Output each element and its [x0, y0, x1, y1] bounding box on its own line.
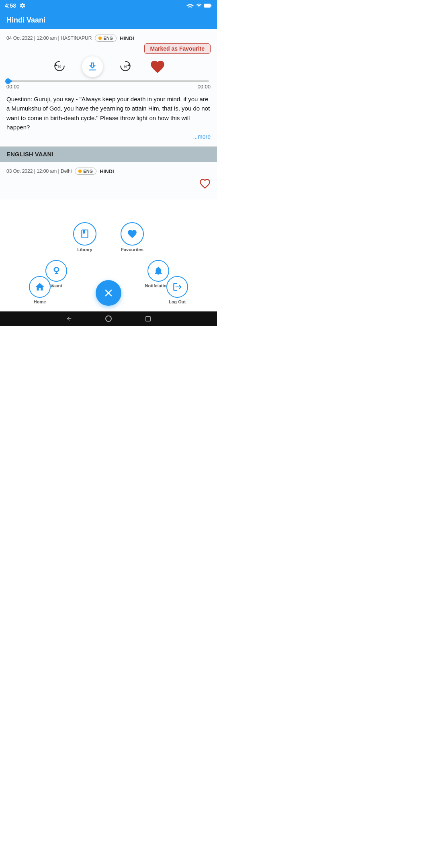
close-menu-button[interactable] — [96, 280, 121, 306]
card2-eng-dot — [78, 170, 82, 173]
android-nav-bar — [0, 311, 217, 326]
progress-bar-wrap[interactable] — [6, 80, 211, 82]
svg-rect-0 — [204, 4, 211, 8]
favourites-icon-circle — [121, 222, 144, 246]
home-icon — [35, 282, 45, 292]
svg-rect-1 — [211, 5, 211, 6]
nav-home-row: Home Log Out — [0, 273, 217, 307]
card1-hindi-label[interactable]: HINDI — [120, 35, 134, 41]
status-icons — [186, 3, 212, 8]
home-label: Home — [34, 299, 46, 304]
nav-home[interactable]: Home — [29, 273, 51, 307]
vaani-card-2: 03 Oct 2022 | 12:00 am | Delhi ENG HINDI — [0, 162, 217, 199]
battery-icon — [204, 3, 212, 8]
more-link[interactable]: ...more — [6, 133, 211, 140]
card2-meta: 03 Oct 2022 | 12:00 am | Delhi ENG HINDI — [6, 168, 211, 175]
logout-icon-circle — [166, 276, 188, 298]
status-time: 4:58 — [5, 2, 16, 9]
forward-button[interactable]: 10 — [116, 57, 135, 76]
progress-thumb — [5, 78, 11, 84]
wifi-icon — [186, 3, 194, 8]
svg-text:10: 10 — [124, 65, 127, 68]
card1-meta: 04 Oct 2022 | 12:00 am | HASTINAPUR ENG … — [6, 35, 211, 42]
favourites-icon — [127, 229, 137, 239]
logout-label: Log Out — [169, 299, 186, 304]
card2-hindi-label[interactable]: HINDI — [100, 168, 114, 174]
home-icon-circle — [29, 276, 51, 298]
card1-eng-badge[interactable]: ENG — [95, 35, 117, 42]
library-icon — [80, 229, 90, 239]
description-text: Question: Guruji, you say - "Always keep… — [6, 94, 211, 132]
vaani-card-1: 04 Oct 2022 | 12:00 am | HASTINAPUR ENG … — [0, 29, 217, 147]
signal-icon — [196, 3, 202, 8]
favourite-badge-wrap: Marked as Favourite — [6, 45, 211, 52]
card1-date: 04 Oct 2022 | 12:00 am | HASTINAPUR — [6, 35, 92, 41]
android-home-button[interactable] — [105, 315, 112, 322]
android-back-button[interactable] — [66, 315, 73, 322]
time-current: 00:00 — [6, 84, 20, 90]
library-icon-circle — [73, 222, 96, 246]
eng-dot — [98, 37, 102, 40]
android-recents-button[interactable] — [144, 315, 151, 322]
download-button[interactable] — [82, 56, 103, 77]
player-controls: 10 10 — [6, 56, 211, 77]
content-area: 04 Oct 2022 | 12:00 am | HASTINAPUR ENG … — [0, 29, 217, 199]
settings-icon — [19, 2, 26, 9]
card2-heart-icon[interactable] — [199, 178, 211, 189]
nav-logout[interactable]: Log Out — [166, 273, 188, 307]
favourite-badge: Marked as Favourite — [144, 43, 211, 54]
favourite-button[interactable] — [148, 57, 167, 76]
top-bar: Hindi Vaani — [0, 11, 217, 29]
logout-icon — [172, 282, 182, 292]
library-label: Library — [77, 247, 92, 252]
card2-date: 03 Oct 2022 | 12:00 am | Delhi — [6, 168, 72, 174]
rewind-button[interactable]: 10 — [50, 57, 69, 76]
close-icon — [102, 287, 115, 299]
status-bar: 4:58 — [0, 0, 217, 11]
time-row: 00:00 00:00 — [6, 84, 211, 90]
svg-text:10: 10 — [58, 65, 61, 68]
time-total: 00:00 — [197, 84, 211, 90]
nav-library[interactable]: Library — [73, 219, 96, 255]
card2-eng-badge[interactable]: ENG — [75, 168, 96, 175]
section-title: ENGLISH VAANI — [6, 151, 53, 158]
favourites-label: Favourites — [121, 247, 143, 252]
nav-favourites[interactable]: Favourites — [121, 219, 144, 255]
app-title: Hindi Vaani — [6, 16, 45, 25]
svg-marker-2 — [55, 63, 58, 66]
progress-track[interactable] — [8, 80, 209, 82]
nav-top-row: Library Favourites — [73, 219, 144, 255]
section-header: ENGLISH VAANI — [0, 147, 217, 162]
bottom-nav-overlay: Library Favourites Vaani — [0, 199, 217, 311]
